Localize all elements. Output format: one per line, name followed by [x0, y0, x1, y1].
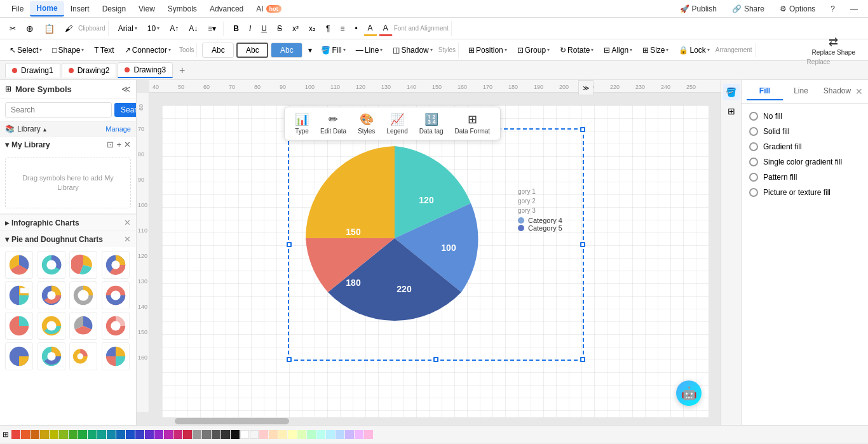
color-swatch-lavender[interactable]	[345, 430, 354, 439]
my-library-export-icon[interactable]: ⊡	[107, 140, 114, 149]
share-button[interactable]: 🔗 Share	[727, 3, 770, 15]
symbol-item-pie5[interactable]	[5, 281, 33, 309]
rotate-button[interactable]: ↻ Rotate ▾	[555, 43, 598, 57]
symbol-item-pie11[interactable]	[37, 342, 65, 370]
color-swatch-darker-gray[interactable]	[221, 430, 230, 439]
tab-drawing2[interactable]: Drawing2	[62, 63, 117, 77]
text-button[interactable]: T Text	[90, 43, 118, 57]
search-button[interactable]: Search	[114, 103, 137, 117]
size-button[interactable]: ⊞ Size ▾	[638, 43, 673, 57]
handle-mr[interactable]	[580, 242, 585, 247]
color-swatch-near-black[interactable]	[231, 430, 240, 439]
bold-button[interactable]: B	[229, 22, 243, 36]
my-library-close-icon[interactable]: ✕	[124, 140, 131, 149]
color-swatch-cyan[interactable]	[107, 430, 116, 439]
symbol-item-donut3[interactable]	[102, 281, 130, 309]
copy-button[interactable]: ⊕	[22, 21, 38, 36]
close-right-panel-icon[interactable]: ✕	[855, 86, 863, 97]
color-swatch-crimson[interactable]	[183, 430, 192, 439]
lock-button[interactable]: 🔒 Lock ▾	[674, 43, 714, 57]
symbol-item-pie7[interactable]	[37, 312, 65, 340]
chart-edit-data-button[interactable]: ✏ Edit Data	[315, 110, 351, 137]
menu-file[interactable]: File	[5, 2, 30, 16]
font-family-select[interactable]: Arial ▾	[114, 22, 142, 36]
font-color-button[interactable]: A	[379, 21, 393, 36]
select-button[interactable]: ↖ Select ▾	[5, 43, 46, 57]
window-min-button[interactable]: —	[845, 3, 863, 15]
color-swatch-amber[interactable]	[40, 430, 49, 439]
fill-button[interactable]: 🪣 Fill ▾	[316, 43, 349, 57]
color-swatch-dark-gray[interactable]	[212, 430, 220, 439]
menu-home[interactable]: Home	[30, 1, 64, 17]
my-library-add-icon[interactable]: +	[116, 140, 121, 149]
color-swatch-pale-yellow[interactable]	[288, 430, 297, 439]
strikethrough-button[interactable]: S	[273, 22, 287, 36]
replace-shape-button[interactable]: ⇄ Replace Shape	[807, 34, 860, 57]
pie-doughnut-section[interactable]: ▾ Pie and Doughnut Charts ✕	[0, 231, 136, 247]
format-painter-button[interactable]: 🖌	[60, 22, 77, 36]
text-highlight-button[interactable]: A	[363, 21, 377, 36]
color-swatch-lilac[interactable]	[355, 430, 363, 439]
color-swatch-light-blue[interactable]	[336, 430, 344, 439]
cut-button[interactable]: ✂	[5, 22, 20, 36]
color-swatch-sky[interactable]	[326, 430, 335, 439]
style-sample-2[interactable]: Abc	[236, 43, 268, 58]
chart-type-button[interactable]: 📊 Type	[290, 110, 314, 137]
italic-button[interactable]: I	[245, 22, 255, 36]
handle-ml[interactable]	[287, 242, 292, 247]
color-swatch-aqua[interactable]	[316, 430, 325, 439]
color-swatch-yellow[interactable]	[50, 430, 58, 439]
symbol-item-pie10[interactable]	[5, 342, 33, 370]
text-direction-button[interactable]: ¶	[322, 22, 334, 36]
single-color-gradient-option[interactable]: Single color gradient fill	[747, 154, 863, 170]
symbol-item-pie9[interactable]	[102, 312, 130, 340]
color-swatch-teal[interactable]	[97, 430, 106, 439]
solid-fill-option[interactable]: Solid fill	[747, 124, 863, 139]
symbol-item-pie3[interactable]	[69, 251, 97, 279]
color-swatch-light-red[interactable]	[259, 430, 268, 439]
style-sample-3[interactable]: Abc	[271, 43, 302, 58]
chart-styles-button[interactable]: 🎨 Styles	[353, 110, 380, 137]
infographic-charts-close-icon[interactable]: ✕	[124, 218, 131, 227]
superscript-button[interactable]: x²	[288, 22, 303, 36]
chart-data-format-button[interactable]: ⊞ Data Format	[450, 110, 496, 137]
ai-chat-button[interactable]: 🤖	[676, 380, 702, 406]
style-sample-1[interactable]: Abc	[202, 43, 234, 58]
paste-button[interactable]: 📋	[39, 21, 59, 36]
pie-doughnut-close-icon[interactable]: ✕	[124, 234, 131, 244]
group-button[interactable]: ⊡ Group ▾	[513, 43, 554, 57]
symbol-item-pie6[interactable]	[5, 312, 33, 340]
underline-button[interactable]: U	[257, 22, 271, 36]
chart-data-tag-button[interactable]: 🔢 Data tag	[414, 110, 449, 137]
options-button[interactable]: ⚙ Options	[775, 3, 820, 15]
menu-ai[interactable]: AI hot	[250, 2, 287, 16]
color-swatch-magenta[interactable]	[164, 430, 173, 439]
color-swatch-blue[interactable]	[116, 430, 125, 439]
symbol-item-donut1[interactable]	[37, 281, 65, 309]
add-drawing-button[interactable]: +	[174, 62, 190, 79]
position-button[interactable]: ⊞ Position ▾	[464, 43, 512, 57]
shadow-tab[interactable]: Shadow	[819, 83, 855, 100]
color-swatch-lime[interactable]	[59, 430, 68, 439]
color-swatch-royal-blue[interactable]	[126, 430, 135, 439]
color-swatch-indigo[interactable]	[135, 430, 144, 439]
color-swatch-off-white[interactable]	[250, 430, 259, 439]
pie-chart[interactable]: 150 120 100 220 180	[293, 140, 496, 337]
color-swatch-light-yellow[interactable]	[278, 430, 287, 439]
publish-button[interactable]: 🚀 Publish	[675, 3, 722, 15]
connector-button[interactable]: ↗ Connector ▾	[120, 43, 175, 57]
color-swatch-purple[interactable]	[154, 430, 163, 439]
menu-view[interactable]: View	[132, 2, 161, 16]
color-swatch-peach[interactable]	[269, 430, 278, 439]
font-increase-button[interactable]: A↑	[165, 22, 183, 36]
symbol-item-pie13[interactable]	[102, 342, 130, 370]
color-swatch-light-green[interactable]	[297, 430, 306, 439]
color-swatch-emerald[interactable]	[78, 430, 87, 439]
my-library-header[interactable]: ▾ My Library ⊡ + ✕	[0, 137, 136, 152]
symbol-item-pie8[interactable]	[69, 312, 97, 340]
pattern-fill-option[interactable]: Pattern fill	[747, 170, 863, 185]
search-input[interactable]	[5, 102, 112, 118]
line-tab[interactable]: Line	[783, 83, 819, 100]
fill-tab[interactable]: Fill	[747, 83, 783, 100]
color-swatch-orange[interactable]	[31, 430, 39, 439]
